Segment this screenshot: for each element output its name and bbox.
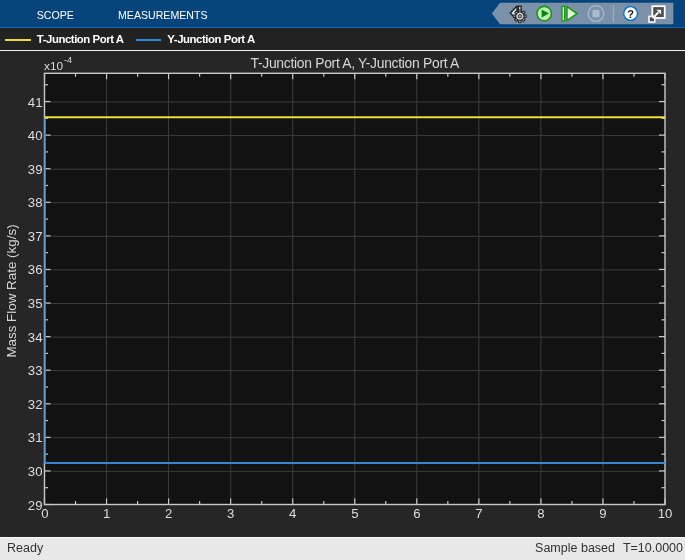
svg-text:35: 35 xyxy=(28,296,43,311)
svg-text:10: 10 xyxy=(658,506,673,521)
svg-text:38: 38 xyxy=(28,195,43,210)
svg-text:8: 8 xyxy=(537,506,544,521)
svg-text:5: 5 xyxy=(351,506,358,521)
svg-text:T-Junction Port A, Y-Junction: T-Junction Port A, Y-Junction Port A xyxy=(251,55,461,71)
svg-text:6: 6 xyxy=(413,506,420,521)
svg-text:x10: x10 xyxy=(44,59,63,73)
svg-text:1: 1 xyxy=(103,506,110,521)
svg-text:29: 29 xyxy=(28,498,43,513)
svg-text:36: 36 xyxy=(28,262,43,277)
svg-text:41: 41 xyxy=(28,95,43,110)
svg-text:34: 34 xyxy=(28,330,43,345)
svg-text:33: 33 xyxy=(28,363,43,378)
svg-text:32: 32 xyxy=(28,397,43,412)
svg-text:Mass Flow Rate (kg/s): Mass Flow Rate (kg/s) xyxy=(4,224,19,357)
svg-text:40: 40 xyxy=(28,128,43,143)
svg-text:4: 4 xyxy=(289,506,296,521)
svg-text:3: 3 xyxy=(227,506,234,521)
svg-text:?: ? xyxy=(627,8,634,20)
svg-text:-4: -4 xyxy=(64,55,72,65)
svg-text:30: 30 xyxy=(28,464,43,479)
svg-text:9: 9 xyxy=(599,506,606,521)
svg-text:31: 31 xyxy=(28,430,43,445)
svg-text:7: 7 xyxy=(475,506,482,521)
svg-text:37: 37 xyxy=(28,229,43,244)
svg-text:2: 2 xyxy=(165,506,172,521)
svg-text:39: 39 xyxy=(28,162,43,177)
